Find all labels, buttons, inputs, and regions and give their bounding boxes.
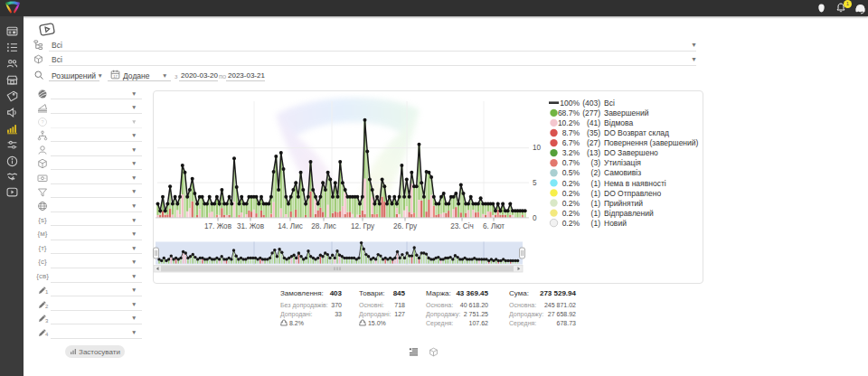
svg-text:?: ? xyxy=(41,119,43,125)
svg-text:17: 17 xyxy=(113,74,118,79)
